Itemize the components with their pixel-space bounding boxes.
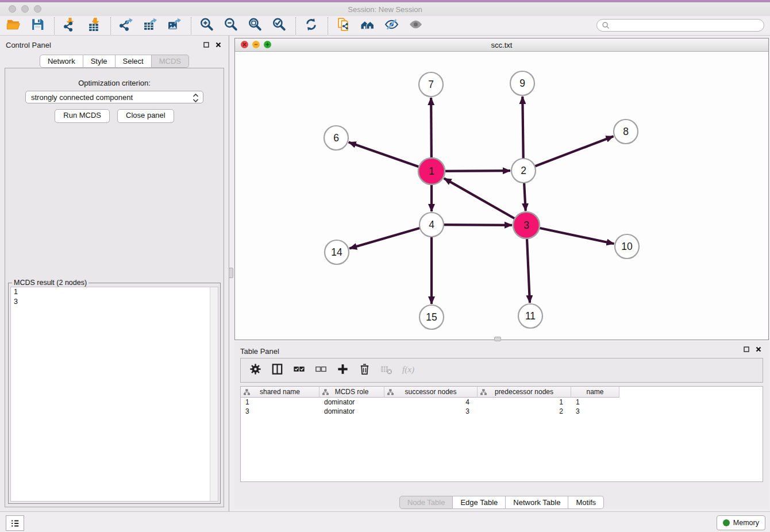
graph-node-label-15: 15 [426,311,437,323]
column-header-label: name [586,388,603,396]
delete-table-icon [380,363,393,378]
task-history-button[interactable] [6,515,24,531]
delete-table-button [378,362,395,379]
zoom-selected-button[interactable] [270,17,287,34]
export-network-button[interactable] [117,17,134,34]
zoom-in-button[interactable] [198,17,215,34]
application-window: Session: New Session Control Panel [0,0,770,532]
window-titlebar: Session: New Session [0,0,770,17]
column-header-mcds-role[interactable]: MCDS role [319,387,384,398]
deselect-all-button[interactable] [312,362,329,379]
import-network-button[interactable] [61,17,78,34]
select-spinner-icon [192,93,199,103]
mcds-result-list[interactable]: 13 [10,287,218,502]
network-view-window: scc.txt 1234678910111415 [234,38,769,340]
settings-gear-button[interactable] [247,362,264,379]
float-panel-icon[interactable] [202,41,210,48]
tab-motifs[interactable]: Motifs [568,496,604,509]
tab-network[interactable]: Network [40,55,83,68]
delete-button[interactable] [356,362,373,379]
svg-text:f(x): f(x) [402,364,414,375]
list-icon [10,518,20,529]
close-panel-icon[interactable] [214,41,222,48]
graph-edge-2-8[interactable] [523,136,614,171]
tab-style[interactable]: Style [83,55,116,68]
table-panel-title: Table Panel [240,347,279,356]
mcds-result-node: 1 [11,287,218,297]
graph-node-label-7: 7 [428,79,434,90]
table-cell: dominator [319,407,384,416]
column-header-name[interactable]: name [571,387,619,398]
duplicate-network-button[interactable] [334,17,352,34]
search-icon [602,21,610,30]
control-panel-tabs: NetworkStyleSelectMCDS [0,55,229,68]
hierarchy-icon [387,389,394,397]
table-cell: 1 [241,398,319,407]
zoom-out-button[interactable] [222,17,239,34]
network-window-title: scc.txt [235,41,768,49]
hierarchy-icon [244,389,250,397]
import-table-button[interactable] [85,17,102,34]
optimization-criterion-select[interactable]: strongly connected component [25,91,203,103]
memory-button[interactable]: Memory [717,515,765,530]
run-mcds-button[interactable]: Run MCDS [55,109,110,123]
mcds-result-title: MCDS result (2 nodes) [12,279,88,287]
refresh-icon [304,17,318,34]
tab-edge-table[interactable]: Edge Table [453,496,506,509]
column-header-shared-name[interactable]: shared name [241,387,319,398]
graph-node-label-3: 3 [523,219,529,231]
save-session-button[interactable] [29,17,46,34]
graph-node-label-9: 9 [519,78,525,89]
toolbar-separator [110,17,111,34]
graph-node-label-2: 2 [521,165,526,176]
search-input[interactable] [610,20,764,30]
hide-eye-icon [384,17,399,34]
column-view-button[interactable] [268,362,286,379]
export-image-button[interactable] [165,17,183,34]
graph-edge-3-1[interactable] [444,178,526,225]
tab-mcds[interactable]: MCDS [152,55,189,68]
zoom-selected-icon [272,17,286,34]
tab-network-table[interactable]: Network Table [506,496,568,509]
graph-edge-4-14[interactable] [349,225,432,249]
vertical-splitter-handle[interactable] [229,268,233,278]
show-eye-button[interactable] [407,17,424,34]
horizontal-splitter-handle[interactable] [494,337,501,341]
column-header-predecessor-nodes[interactable]: predecessor nodes [478,387,571,398]
export-table-icon [143,17,157,34]
zoom-fit-button[interactable] [246,17,263,34]
close-panel-button[interactable]: Close panel [117,109,174,123]
open-session-icon [6,17,21,34]
duplicate-network-icon [336,17,351,34]
table-row[interactable]: 3dominator323 [241,407,763,416]
search-box[interactable] [596,19,764,32]
home-layout-button[interactable] [359,17,376,34]
add-column-icon [336,363,349,378]
add-column-button[interactable] [334,362,351,379]
table-cell: 2 [478,407,571,416]
hide-eye-button[interactable] [383,17,400,34]
export-table-button[interactable] [141,17,159,34]
network-graph-canvas[interactable]: 1234678910111415 [235,51,768,340]
table-float-panel-icon[interactable] [742,345,750,353]
import-network-icon [63,17,77,34]
table-row[interactable]: 1dominator411 [241,398,763,407]
refresh-button[interactable] [302,17,319,34]
toolbar-separator [295,17,297,34]
mcds-tab-content: Optimization criterion: strongly connect… [5,68,224,507]
table-cell: 3 [384,407,478,416]
select-all-button[interactable] [290,362,307,379]
toolbar-separator [54,17,55,34]
save-session-icon [30,17,45,34]
graph-node-label-8: 8 [623,126,629,137]
table-cell: 3 [571,407,619,416]
column-header-successor-nodes[interactable]: successor nodes [384,387,478,398]
memory-status-icon [723,519,730,526]
tab-select[interactable]: Select [116,55,152,68]
table-close-panel-icon[interactable] [754,345,762,353]
column-header-label: successor nodes [405,388,456,396]
tab-node-table[interactable]: Node Table [399,496,453,509]
open-session-button[interactable] [5,17,22,34]
graph-node-label-11: 11 [525,310,536,322]
result-scrollbar[interactable] [210,287,218,501]
